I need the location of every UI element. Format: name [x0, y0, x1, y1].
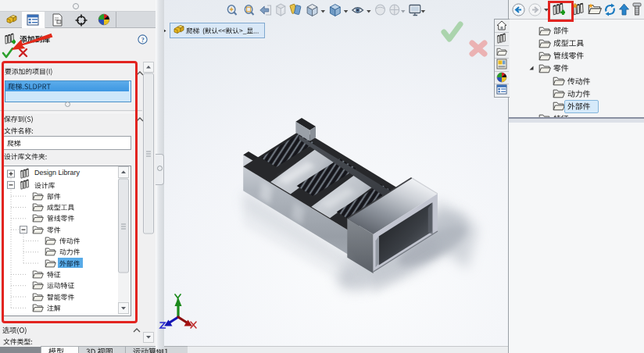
svg-text:?: ? [141, 36, 144, 44]
